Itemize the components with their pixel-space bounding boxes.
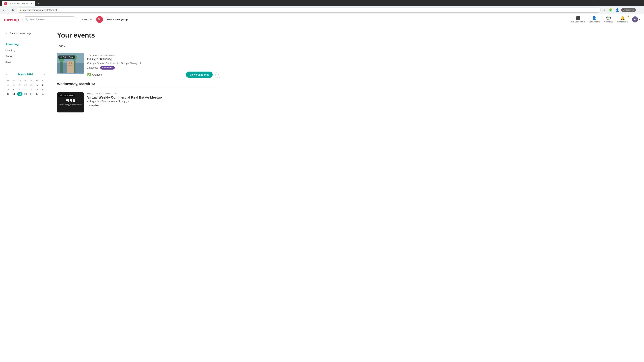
- sidebar-item-attending[interactable]: Attending: [5, 42, 42, 47]
- calendar-prev-button[interactable]: ‹: [5, 72, 8, 77]
- nav-right: ⬛ Pro Dashboard 👤 Connections 💬 Messages…: [571, 16, 640, 23]
- connections-link[interactable]: 👤 Connections: [589, 16, 600, 23]
- wednesday-section: Wednesday, March 13 FIRE FINANCIAL INDEP…: [57, 82, 221, 112]
- calendar-day-14[interactable]: 14: [28, 92, 34, 96]
- calendar-day-6[interactable]: 6: [23, 87, 28, 91]
- event-name-design-training: Design Training: [87, 57, 221, 61]
- browser-toolbar: ‹ › ↻ 🔒 meetup.com/your-events/?rse=1 ☆ …: [0, 6, 644, 14]
- event-location: Chicago, IL: [130, 62, 142, 64]
- event-badge-online: 📹 Online Event: [58, 55, 75, 59]
- main-content: Your events Today: [47, 25, 232, 362]
- attendee-count: 1 attendee: [87, 66, 98, 69]
- calendar-day-29-feb[interactable]: 29: [28, 83, 34, 87]
- view-event-chat-button[interactable]: View event chat: [186, 71, 213, 78]
- lock-icon: 🔒: [20, 9, 22, 11]
- tab-favicon: m: [4, 2, 7, 5]
- event-card-fire: FIRE FINANCIAL INDEPENDENCE, RETIRE EARL…: [57, 92, 221, 112]
- reload-button[interactable]: ↻: [11, 7, 15, 12]
- forward-button[interactable]: ›: [6, 8, 10, 12]
- connections-icon: 👤: [592, 16, 596, 20]
- sidebar-nav: Attending Hosting Saved Past: [5, 42, 42, 65]
- user-avatar: M: [632, 16, 638, 22]
- chevron-down-icon: ▾: [639, 18, 640, 21]
- dow-th: Th: [28, 79, 34, 82]
- event-name-fire: Virtual Weekly Commercial Real Estate Me…: [87, 95, 221, 99]
- calendar-day-10[interactable]: 10: [5, 92, 11, 96]
- dow-sa: Sa: [40, 79, 46, 82]
- event-badge-text: Online Event: [63, 56, 73, 58]
- calendar-day-7[interactable]: 7: [28, 87, 34, 91]
- event-date-fire: WED, MAR 13 · 12:00 AM CST: [87, 92, 221, 95]
- dashboard-icon: ⬛: [576, 16, 580, 20]
- dow-mo: Mo: [11, 79, 17, 82]
- calendar-day-5[interactable]: 5: [17, 87, 22, 91]
- calendar-day-25-feb[interactable]: 25: [5, 83, 11, 87]
- calendar-day-9[interactable]: 9: [40, 87, 46, 91]
- calendar-day-2[interactable]: 2: [40, 83, 46, 87]
- calendar-day-16[interactable]: 16: [40, 92, 46, 96]
- sidebar-item-hosting[interactable]: Hosting: [5, 48, 42, 53]
- messages-label: Messages: [604, 21, 613, 23]
- search-bar[interactable]: 🔍 Search events: [22, 16, 76, 22]
- calendar-day-12-today[interactable]: 12: [17, 92, 22, 96]
- event-date-design-training: TUE, MAR 12 · 10:00 PM CST: [87, 54, 221, 57]
- calendar-day-15[interactable]: 15: [34, 92, 40, 96]
- notification-dot: [628, 15, 629, 17]
- extensions-button[interactable]: 🧩: [608, 7, 614, 12]
- sidebar-item-past[interactable]: Past: [5, 60, 42, 65]
- address-bar[interactable]: 🔒 meetup.com/your-events/?rse=1: [16, 7, 601, 12]
- pro-dashboard-link[interactable]: ⬛ Pro Dashboard: [571, 16, 585, 23]
- host-badge: Event host: [100, 66, 114, 69]
- calendar-day-13[interactable]: 13: [23, 92, 28, 96]
- tab-close-button[interactable]: ✕: [30, 2, 33, 5]
- event-separator-fire: •: [116, 100, 118, 103]
- bookmark-star-button[interactable]: ☆: [602, 7, 607, 12]
- notifications-link[interactable]: 🔔 Notifications: [617, 16, 628, 23]
- video-icon-2: 📹: [60, 94, 62, 96]
- sidebar-item-saved[interactable]: Saved: [5, 54, 42, 59]
- meetup-logo[interactable]: meetup: [4, 16, 19, 22]
- attended-label: ✅ Attended: [87, 73, 102, 77]
- share-icon: ↗: [217, 73, 220, 76]
- calendar-day-4[interactable]: 4: [11, 87, 17, 91]
- incognito-icon: 🕵️: [623, 9, 626, 11]
- calendar-day-1[interactable]: 1: [34, 83, 40, 87]
- calendar-day-3[interactable]: 3: [5, 87, 11, 91]
- calendar-next-button[interactable]: ›: [43, 72, 46, 77]
- messages-link[interactable]: 💬 Messages: [604, 16, 613, 23]
- back-button[interactable]: ‹: [2, 8, 5, 12]
- active-tab[interactable]: m Your Events | Meetup ✕: [2, 1, 36, 6]
- profile-button[interactable]: 👤: [614, 7, 620, 12]
- calendar-header: ‹ March 2024 ›: [5, 72, 46, 77]
- back-to-home-link[interactable]: ← Back to home page: [5, 31, 42, 35]
- menu-button[interactable]: ⋮: [637, 7, 642, 12]
- event-separator: •: [128, 62, 130, 64]
- search-icon: 🔍: [25, 18, 28, 21]
- meetup-nav: meetup 🔍 Search events Dover, DE 🔍 Start…: [0, 14, 644, 25]
- pro-dashboard-label: Pro Dashboard: [571, 21, 585, 23]
- calendar-day-27-feb[interactable]: 27: [17, 83, 22, 87]
- event-actions-design-training: ✅ Attended View event chat ↗: [87, 71, 221, 78]
- svg-rect-9: [71, 62, 72, 64]
- svg-rect-8: [69, 62, 70, 64]
- dow-we: We: [23, 79, 28, 82]
- new-tab-button[interactable]: ＋: [36, 1, 41, 6]
- search-button[interactable]: 🔍: [96, 16, 103, 23]
- event-details-fire: WED, MAR 13 · 12:00 AM CST Virtual Weekl…: [87, 92, 221, 109]
- check-icon: ✅: [87, 73, 91, 77]
- user-menu[interactable]: M ▾: [632, 16, 640, 22]
- calendar-day-26-feb[interactable]: 26: [11, 83, 17, 87]
- start-group-button[interactable]: Start a new group: [106, 18, 128, 21]
- event-group-fire: Chicago Cashflow Hackers • Chicago, IL: [87, 100, 221, 103]
- event-card-design-training: 📹 Online Event TUE, MAR 12 · 10:00 PM CS…: [57, 54, 221, 78]
- fire-logo-text: FIRE: [66, 98, 75, 103]
- calendar-day-11[interactable]: 11: [11, 92, 17, 96]
- calendar-month-year: March 2024: [18, 73, 33, 76]
- dow-su: Su: [5, 79, 11, 82]
- calendar-day-28-feb[interactable]: 28: [23, 83, 28, 87]
- today-label: Today: [57, 44, 221, 48]
- calendar-grid: Su Mo Tu We Th Fr Sa 25 26 27 28 29 1 2 …: [5, 79, 46, 96]
- event-badge-online-2: 📹 Online Event: [58, 94, 75, 97]
- calendar-day-8[interactable]: 8: [34, 87, 40, 91]
- share-button[interactable]: ↗: [215, 72, 221, 78]
